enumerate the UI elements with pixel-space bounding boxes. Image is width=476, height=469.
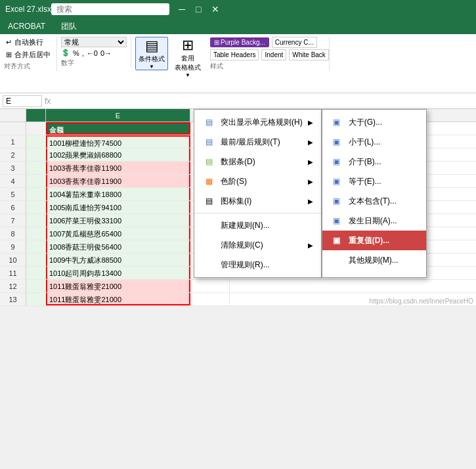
cell-d-2[interactable]	[26, 148, 46, 161]
close-button[interactable]: ✕	[207, 3, 223, 16]
cell-d-4[interactable]	[26, 175, 46, 187]
cell-e-1[interactable]: 1001柳橙連怡芳74500	[46, 135, 190, 148]
cell-f-13[interactable]	[190, 293, 230, 305]
cell-d-9[interactable]	[26, 240, 46, 253]
cell-d-5[interactable]	[26, 188, 46, 200]
cell-e-header[interactable]: 金额	[46, 122, 190, 135]
menu-acrobat[interactable]: ACROBAT	[5, 20, 48, 32]
cell-e-5[interactable]: 1004薯茄米董幸18800	[46, 188, 190, 200]
merge-label: 合并后居中	[14, 50, 51, 60]
header-spacer	[0, 109, 26, 122]
row-header-7: 7	[0, 214, 26, 227]
search-input[interactable]	[51, 3, 169, 15]
table-headers-button[interactable]: Table Headers	[210, 49, 259, 60]
less-than-item[interactable]: ▣ 小于(L)...	[322, 132, 426, 152]
new-rule-item[interactable]: 新建规则(N)...	[194, 215, 321, 235]
between-item[interactable]: ▣ 介于(B)...	[322, 152, 426, 171]
row-header-4: 4	[0, 175, 26, 187]
maximize-button[interactable]: □	[192, 3, 205, 16]
less-than-icon: ▣	[330, 135, 343, 148]
highlight-rules-item[interactable]: ▤ 突出显示单元格规则(H) ▶	[194, 112, 321, 132]
cell-d-6[interactable]	[26, 201, 46, 213]
cell-e-10[interactable]: 1009牛乳方威冰88500	[46, 254, 190, 266]
cell-d0[interactable]	[26, 122, 46, 135]
cell-d-12[interactable]	[26, 280, 46, 292]
cell-d-13[interactable]	[26, 293, 46, 305]
cell-e-3[interactable]: 1003香蕉李佳蓉11900	[46, 162, 190, 174]
equal-to-item[interactable]: ▣ 等于(E)...	[322, 171, 426, 191]
conditional-format-icon: ▤	[145, 37, 159, 55]
manage-rule-icon	[202, 258, 215, 271]
apply-format-button[interactable]: ⊞ 套用表格格式 ▼	[172, 37, 204, 78]
cell-d-10[interactable]	[26, 254, 46, 266]
top-bottom-item[interactable]: ▤ 最前/最后规则(T) ▶	[194, 132, 321, 152]
currency-style-button[interactable]: Currency C...	[272, 37, 317, 48]
conditional-format-button[interactable]: ▤ 条件格式 ▼	[135, 37, 168, 70]
apply-format-label: 套用表格格式	[175, 54, 201, 72]
cell-d-3[interactable]	[26, 162, 46, 174]
row-header-9: 9	[0, 240, 26, 253]
clear-rule-arrow: ▶	[308, 242, 313, 249]
row-header-12: 12	[0, 280, 26, 292]
cell-e-11[interactable]: 1010起司周鈞恭13400	[46, 267, 190, 279]
data-bars-item[interactable]: ▤ 数据条(D) ▶	[194, 152, 321, 171]
increase-decimal[interactable]: 0→	[100, 49, 112, 57]
spreadsheet: E F 金额 1 1001柳橙連怡芳74500 2 1002蘋果樊淑娟68800…	[0, 109, 476, 306]
cell-f-12[interactable]	[190, 280, 230, 292]
manage-rule-label: 管理规则(R)...	[221, 259, 270, 271]
title-filename: Excel 27.xlsx	[5, 5, 51, 14]
manage-rule-item[interactable]: 管理规则(R)...	[194, 255, 321, 275]
cell-d-7[interactable]	[26, 214, 46, 227]
context-menu: ▤ 突出显示单元格规则(H) ▶ ▤ 最前/最后规则(T) ▶ ▤ 数据条(D)…	[194, 109, 322, 278]
data-bars-arrow: ▶	[308, 158, 313, 166]
col-header-d	[26, 109, 46, 122]
duplicate-item[interactable]: ▣ 重复值(D)...	[322, 231, 426, 250]
minimize-button[interactable]: ─	[175, 3, 189, 16]
less-than-label: 小于(L)...	[349, 137, 381, 148]
row-header-2: 2	[0, 148, 26, 161]
number-group-label: 数字	[61, 58, 127, 68]
cell-e-13[interactable]: 1011雞蛋翁雅雯21000	[46, 293, 190, 305]
top-bottom-arrow: ▶	[308, 139, 313, 146]
more-rules-item[interactable]: 其他规则(M)...	[322, 250, 426, 270]
cell-e-12[interactable]: 1011雞蛋翁雅雯21000	[46, 280, 190, 292]
cell-e-4[interactable]: 1003香蕉李佳蓉11900	[46, 175, 190, 187]
color-scale-item[interactable]: ▦ 色阶(S) ▶	[194, 171, 321, 191]
greater-than-icon: ▣	[330, 116, 343, 129]
more-rules-label: 其他规则(M)...	[349, 255, 399, 266]
auto-wrap-button[interactable]: ↵ 自动换行	[4, 37, 53, 48]
alignment-group-label: 对齐方式	[4, 62, 53, 71]
greater-than-item[interactable]: ▣ 大于(G)...	[322, 112, 426, 132]
cell-e-2[interactable]: 1002蘋果樊淑娟68800	[46, 148, 190, 161]
new-rule-icon	[202, 219, 215, 232]
currency-style-label: Currency C...	[275, 39, 314, 46]
name-box-input[interactable]	[3, 95, 42, 107]
clear-rule-icon	[202, 238, 215, 252]
indent-button[interactable]: Indent	[261, 49, 286, 60]
icon-set-item[interactable]: ▤ 图标集(I) ▶	[194, 191, 321, 211]
number-format-select[interactable]: 常规	[61, 37, 127, 47]
formula-divider: fx	[45, 97, 51, 106]
row-header-10: 10	[0, 254, 26, 266]
text-contains-label: 文本包含(T)...	[349, 196, 397, 207]
conditional-format-arrow: ▼	[149, 64, 154, 70]
date-occurring-item[interactable]: ▣ 发生日期(A)...	[322, 211, 426, 231]
cell-d-8[interactable]	[26, 227, 46, 240]
cell-e-8[interactable]: 1007黃瓜楊慈恩65400	[46, 227, 190, 240]
highlight-icon: ▤	[202, 116, 215, 129]
purple-icon: ⊞	[214, 39, 219, 46]
cell-e-6[interactable]: 1005南瓜連怡芳94100	[46, 201, 190, 213]
cell-d-11[interactable]	[26, 267, 46, 279]
text-contains-item[interactable]: ▣ 文本包含(T)...	[322, 191, 426, 211]
menu-team[interactable]: 团队	[58, 20, 79, 34]
cell-d-1[interactable]	[26, 135, 46, 148]
white-back-button[interactable]: White Back	[289, 49, 329, 60]
row-header-8: 8	[0, 227, 26, 240]
clear-rule-item[interactable]: 清除规则(C) ▶	[194, 235, 321, 255]
cell-e-7[interactable]: 1006芹菜王明俊33100	[46, 214, 190, 227]
purple-style-button[interactable]: ⊞ Purple Backg...	[210, 37, 269, 47]
comma-icon: ,	[82, 49, 84, 57]
cell-e-9[interactable]: 1008香菇王明俊56400	[46, 240, 190, 253]
decrease-decimal[interactable]: ←0	[87, 49, 98, 57]
merge-center-button[interactable]: ⊞ 合并后居中	[4, 49, 53, 60]
